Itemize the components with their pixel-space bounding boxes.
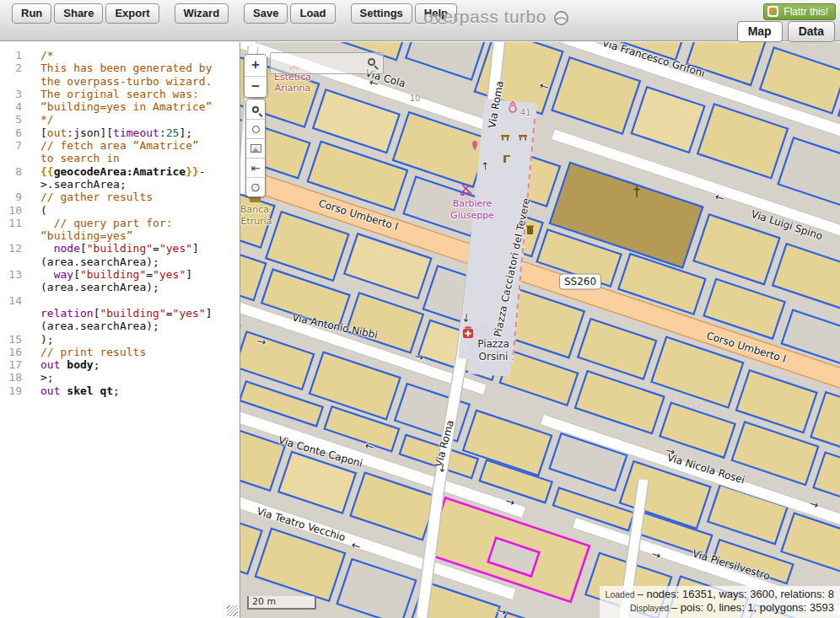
map-search-box [270, 52, 384, 74]
toolbar-group: SaveLoad [244, 3, 337, 24]
code-line: {{geocodeArea:Amatrice}}- [40, 165, 206, 178]
toolbar-button-groups: RunShareExportWizardSaveLoadSettingsHelp [12, 3, 472, 24]
map-view[interactable]: Via ColaVia Francesco GrifoniVia Luigi S… [240, 42, 840, 618]
export-button[interactable]: Export [105, 3, 159, 24]
line-number: 2 [0, 62, 22, 74]
code-row: “building=yes” [0, 229, 240, 242]
wizard-button[interactable]: Wizard [175, 3, 229, 24]
code-row: to search in [0, 152, 240, 164]
page-title: overpass turbo [423, 7, 547, 27]
code-line: (area.searchArea); [40, 320, 159, 332]
editor-resize-grip[interactable] [227, 605, 238, 616]
code-row: 13 way["building"="yes"] [0, 268, 240, 281]
line-number: 15 [0, 333, 22, 346]
line-number: 1 [0, 49, 22, 62]
line-number [0, 307, 22, 320]
code-row: 8{{geocodeArea:Amatrice}}- [0, 165, 240, 178]
code-line: ); [40, 333, 54, 346]
code-line: >; [40, 371, 54, 384]
code-row: 2This has been generated by [0, 62, 240, 74]
line-number: 12 [0, 242, 22, 255]
flattr-label: Flattr this! [783, 6, 828, 18]
code-row: relation["building"="yes"] [0, 307, 240, 320]
code-line: This has been generated by [40, 62, 213, 74]
code-row: 12 node["building"="yes"] [0, 242, 240, 255]
line-number: 18 [0, 371, 22, 384]
code-line: ( [40, 204, 47, 217]
search-input[interactable] [272, 55, 365, 72]
code-row: 19out skel qt; [0, 384, 240, 397]
code-line: [out:json][timeout:25]; [40, 126, 192, 139]
code-row: 15); [0, 333, 240, 346]
collapse-panel-button[interactable]: ⇤ [246, 158, 265, 177]
settings-button[interactable]: Settings [351, 3, 412, 24]
code-line: “building=yes” [40, 229, 133, 242]
flattr-button[interactable]: Flattr this! [763, 3, 836, 20]
line-number: 7 [0, 139, 22, 152]
code-row: the overpass-turbo wizard. [0, 75, 240, 88]
line-number [0, 229, 22, 242]
tab-data[interactable]: Data [788, 21, 835, 42]
title-area: overpass turbo [423, 7, 569, 27]
locate-button[interactable] [246, 119, 265, 138]
code-line: The original search was: [40, 88, 199, 100]
code-line: the overpass-turbo wizard. [40, 75, 213, 88]
code-line: // gather results [40, 191, 153, 203]
share-button[interactable]: Share [54, 3, 103, 24]
code-line: out body; [40, 358, 100, 371]
status-line: Displayed – pois: 0, lines: 1, polygons:… [606, 601, 834, 615]
code-row: 5*/ [0, 113, 240, 126]
line-number: 19 [0, 384, 22, 397]
load-button[interactable]: Load [290, 3, 335, 24]
status-overlay: Loaded – nodes: 16351, ways: 3600, relat… [600, 586, 840, 618]
code-line: // fetch area “Amatrice” [40, 139, 199, 152]
code-line: relation["building"="yes"] [40, 307, 213, 320]
line-number: 17 [0, 358, 22, 371]
code-row: (area.searchArea); [0, 255, 240, 268]
map-render [240, 42, 840, 618]
overpass-turbo-logo-icon [553, 10, 569, 26]
image-icon [250, 144, 261, 153]
line-number [0, 75, 22, 88]
code-row: (area.searchArea); [0, 281, 240, 293]
circle-icon [252, 126, 260, 133]
code-line: /* [40, 49, 54, 62]
line-number: 13 [0, 268, 22, 281]
line-number: 16 [0, 346, 22, 358]
code-line [40, 294, 47, 307]
view-tabs: MapData [732, 21, 835, 42]
zoom-out-button[interactable]: − [245, 76, 267, 97]
cancel-icon: ∅ [250, 181, 260, 194]
code-row: 9// gather results [0, 191, 240, 203]
code-row: 7// fetch area “Amatrice” [0, 139, 240, 152]
toolbar-group: RunShareExport [12, 3, 162, 24]
code-line: // query part for: [40, 217, 173, 229]
waste-basket-icon [526, 226, 534, 235]
code-row: 4“building=yes in Amatrice” [0, 100, 240, 113]
zoom-to-data-button[interactable] [246, 99, 265, 119]
export-image-button[interactable] [246, 138, 265, 158]
code-row: 17out body; [0, 358, 240, 371]
overpass-turbo-app: RunShareExportWizardSaveLoadSettingsHelp… [0, 0, 840, 618]
line-number: 10 [0, 204, 22, 217]
code-row: 10( [0, 204, 240, 217]
query-editor[interactable]: 1/*2This has been generated bythe overpa… [0, 42, 240, 618]
line-number [0, 152, 22, 164]
code-line: (area.searchArea); [40, 281, 159, 293]
road-ref-badge: SS260 [559, 274, 601, 290]
code-row: 11 // query part for: [0, 217, 240, 229]
header-toolbar: RunShareExportWizardSaveLoadSettingsHelp… [0, 0, 840, 41]
line-number [0, 320, 22, 332]
save-button[interactable]: Save [244, 3, 288, 24]
scale-bar: 20 m [247, 596, 316, 610]
map-tool-control: ⇤ ∅ [245, 99, 266, 197]
code-area: 1/*2This has been generated bythe overpa… [0, 42, 240, 397]
zoom-in-button[interactable]: + [245, 55, 267, 76]
code-row: 6[out:json][timeout:25]; [0, 126, 240, 139]
line-number [0, 178, 22, 191]
run-button[interactable]: Run [12, 3, 51, 24]
code-row: 16// print results [0, 346, 240, 358]
line-number: 11 [0, 217, 22, 229]
clear-map-button[interactable]: ∅ [246, 177, 265, 196]
tab-map[interactable]: Map [737, 21, 783, 42]
